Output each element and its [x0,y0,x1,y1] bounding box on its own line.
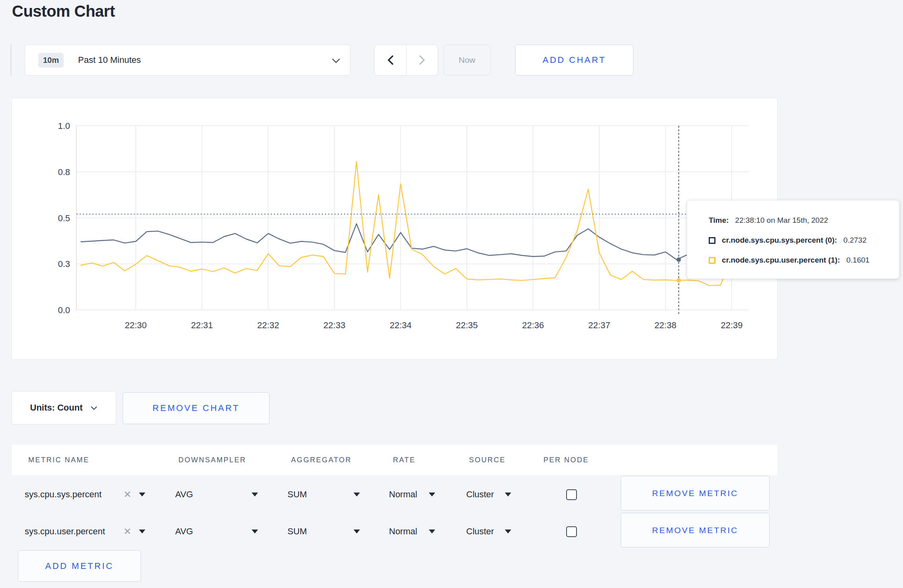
tooltip-time-value: 22:38:10 on Mar 15th, 2022 [735,216,828,225]
aggregator-value: SUM [287,489,307,500]
caret-down-icon [505,530,511,533]
checkbox-box [566,526,577,537]
caret-down-icon [139,493,145,496]
downsampler-value: AVG [175,489,193,500]
tooltip-time-row: Time: 22:38:10 on Mar 15th, 2022 [709,210,899,230]
remove-metric-button[interactable]: REMOVE METRIC [621,476,770,510]
chevron-left-icon [387,55,394,65]
metric-name-caret[interactable] [139,513,145,550]
x-icon: ✕ [123,526,131,537]
source-caret[interactable] [505,513,511,550]
per-node-checkbox[interactable] [566,513,577,550]
x-axis-label: 22:32 [257,320,279,330]
checkbox-box [566,489,577,500]
metric-name-caret[interactable] [139,476,145,513]
aggregator-caret[interactable] [354,476,360,513]
source-select[interactable]: Cluster [466,513,494,550]
toolbar-divider [10,45,12,76]
y-axis-label: 0.3 [58,259,70,269]
caret-down-icon [429,530,435,533]
rate-select[interactable]: Normal [389,513,417,550]
time-range-badge: 10m [38,53,64,68]
col-header-downsampler: DOWNSAMPLER [178,445,246,475]
metrics-table-header: METRIC NAME DOWNSAMPLER AGGREGATOR RATE … [12,445,777,475]
chevron-down-icon [90,406,98,410]
caret-down-icon [252,493,258,496]
caret-down-icon [139,530,145,533]
x-axis-label: 22:36 [522,320,544,330]
caret-down-icon [354,530,360,533]
rate-caret[interactable] [429,513,435,550]
aggregator-select[interactable]: SUM [287,476,307,513]
series-line [80,162,743,286]
rate-value: Normal [389,526,417,537]
downsampler-caret[interactable] [252,513,258,550]
clear-metric-icon[interactable]: ✕ [123,513,131,550]
chevron-down-icon [332,58,340,63]
add-chart-button[interactable]: ADD CHART [515,45,633,76]
caret-down-icon [252,530,258,533]
chart-tooltip: Time: 22:38:10 on Mar 15th, 2022 cr.node… [687,200,899,279]
x-axis-label: 22:39 [721,320,743,330]
col-header-source: SOURCE [469,445,506,475]
caret-down-icon [354,493,360,496]
metric-name-value: sys.cpu.sys.percent [25,489,102,500]
source-caret[interactable] [505,476,511,513]
rate-value: Normal [389,489,417,500]
downsampler-select[interactable]: AVG [175,513,193,550]
caret-down-icon [429,493,435,496]
tooltip-series-label: cr.node.sys.cpu.user.percent (1): [722,256,840,265]
tooltip-series-value: 0.1601 [846,256,870,265]
series-swatch-sys [709,237,715,244]
chevron-right-icon [419,55,425,65]
x-axis-label: 22:31 [191,320,213,330]
add-metric-button[interactable]: ADD METRIC [18,550,141,582]
time-nav-group [374,45,438,76]
per-node-checkbox[interactable] [566,476,577,513]
page-title: Custom Chart [12,2,115,20]
downsampler-select[interactable]: AVG [175,476,193,513]
hover-point [676,257,681,262]
tooltip-series-row: cr.node.sys.cpu.user.percent (1): 0.1601 [709,250,899,270]
tooltip-series-label: cr.node.sys.cpu.sys.percent (0): [722,236,837,245]
downsampler-caret[interactable] [252,476,258,513]
remove-chart-button[interactable]: REMOVE CHART [123,392,270,424]
aggregator-value: SUM [287,526,307,537]
aggregator-select[interactable]: SUM [287,513,307,550]
x-axis-label: 22:38 [655,320,676,330]
caret-down-icon [505,493,511,496]
y-axis-label: 0.5 [58,213,70,223]
remove-metric-button[interactable]: REMOVE METRIC [621,513,770,547]
line-chart: 0.00.30.50.81.022:3022:3122:3222:3322:34… [12,98,777,359]
x-axis-label: 22:35 [456,320,478,330]
time-forward-button[interactable] [406,45,438,75]
y-axis-label: 1.0 [58,121,70,131]
chart-card[interactable]: 0.00.30.50.81.022:3022:3122:3222:3322:34… [12,98,778,360]
rate-select[interactable]: Normal [389,476,417,513]
x-axis-label: 22:30 [125,320,147,330]
x-axis-label: 22:33 [323,320,345,330]
col-header-per-node: PER NODE [543,445,589,475]
tooltip-series-row: cr.node.sys.cpu.sys.percent (0): 0.2732 [709,230,899,250]
aggregator-caret[interactable] [354,513,360,550]
units-dropdown[interactable]: Units: Count [12,391,116,424]
time-range-dropdown[interactable]: 10m Past 10 Minutes [25,45,350,76]
time-range-label: Past 10 Minutes [78,55,141,65]
y-axis-label: 0.8 [58,167,70,177]
hover-point [676,278,681,282]
metric-name-select[interactable]: sys.cpu.user.percent [25,513,105,550]
rate-caret[interactable] [429,476,435,513]
col-header-aggregator: AGGREGATOR [291,445,352,475]
x-axis-label: 22:37 [588,320,610,330]
tooltip-time-label: Time: [709,216,729,225]
metric-name-value: sys.cpu.user.percent [25,526,105,537]
time-back-button[interactable] [375,45,406,75]
series-line [80,224,743,259]
metric-name-select[interactable]: sys.cpu.sys.percent [25,476,102,513]
downsampler-value: AVG [175,526,193,537]
source-select[interactable]: Cluster [466,476,494,513]
clear-metric-icon[interactable]: ✕ [123,476,131,513]
now-button[interactable]: Now [444,45,491,76]
x-icon: ✕ [123,489,131,500]
source-value: Cluster [466,526,494,537]
